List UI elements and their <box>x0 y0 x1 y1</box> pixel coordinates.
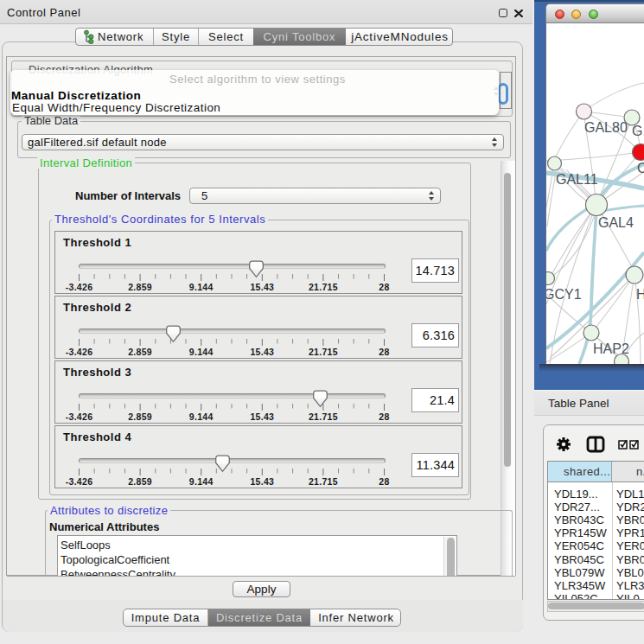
svg-text:28: 28 <box>379 282 389 292</box>
svg-text:-3.426: -3.426 <box>66 476 93 487</box>
svg-text:21.715: 21.715 <box>309 282 338 292</box>
svg-text:9.144: 9.144 <box>189 347 214 357</box>
svg-text:15.43: 15.43 <box>250 347 274 357</box>
svg-text:GAL4: GAL4 <box>598 215 634 230</box>
svg-text:28: 28 <box>379 347 389 357</box>
svg-text:HAP2: HAP2 <box>593 341 629 356</box>
svg-text:9.144: 9.144 <box>189 282 214 292</box>
svg-text:-3.426: -3.426 <box>66 282 93 292</box>
svg-text:2.859: 2.859 <box>128 476 152 487</box>
svg-text:9.144: 9.144 <box>189 411 214 422</box>
svg-text:GCY1: GCY1 <box>546 287 582 302</box>
svg-text:15.43: 15.43 <box>250 282 274 292</box>
svg-text:-3.426: -3.426 <box>66 411 93 422</box>
svg-text:15.43: 15.43 <box>250 476 274 487</box>
svg-text:21.715: 21.715 <box>309 411 338 422</box>
svg-text:GAL80: GAL80 <box>584 120 628 135</box>
svg-text:C: C <box>637 161 644 175</box>
svg-text:GAL11: GAL11 <box>556 172 598 187</box>
svg-text:28: 28 <box>379 411 389 422</box>
svg-text:21.715: 21.715 <box>309 347 338 357</box>
svg-text:9.144: 9.144 <box>189 476 214 487</box>
svg-text:21.715: 21.715 <box>309 476 338 487</box>
svg-text:2.859: 2.859 <box>128 282 152 292</box>
svg-text:2.859: 2.859 <box>128 411 152 422</box>
svg-text:-3.426: -3.426 <box>66 347 93 357</box>
svg-text:G.: G. <box>632 124 644 138</box>
svg-text:15.43: 15.43 <box>250 411 274 422</box>
svg-text:2.859: 2.859 <box>128 347 152 357</box>
svg-text:H: H <box>636 287 644 302</box>
svg-text:28: 28 <box>379 476 389 487</box>
